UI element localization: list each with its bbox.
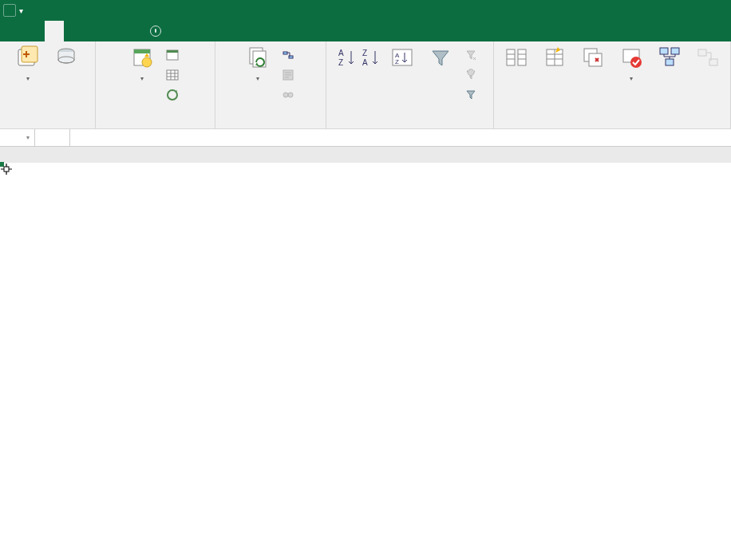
svg-text:Z: Z bbox=[362, 49, 367, 57]
mini-clear bbox=[461, 46, 484, 64]
svg-rect-33 bbox=[671, 48, 679, 54]
svg-point-17 bbox=[288, 93, 293, 97]
quick-access-dropdown[interactable]: ▾ bbox=[19, 6, 23, 15]
svg-point-31 bbox=[630, 57, 642, 68]
svg-rect-13 bbox=[283, 52, 287, 54]
title-bar: ▾ bbox=[0, 0, 731, 21]
svg-rect-35 bbox=[698, 49, 706, 56]
name-box[interactable]: ▾ bbox=[0, 129, 35, 146]
svg-point-10 bbox=[168, 90, 177, 100]
btn-data-validation[interactable]: ▾ bbox=[614, 45, 649, 108]
tab-developer[interactable] bbox=[102, 21, 121, 41]
btn-sort-asc[interactable]: AZ bbox=[337, 45, 358, 108]
btn-remove-duplicates[interactable] bbox=[575, 45, 610, 108]
svg-rect-32 bbox=[660, 48, 668, 54]
svg-rect-29 bbox=[589, 53, 602, 66]
formula-input[interactable] bbox=[70, 132, 731, 144]
btn-new-query[interactable]: ▾ bbox=[124, 45, 160, 108]
svg-point-16 bbox=[283, 93, 288, 97]
worksheet[interactable] bbox=[0, 147, 731, 163]
svg-rect-34 bbox=[666, 59, 674, 65]
mini-reapply bbox=[461, 66, 484, 84]
mini-edit-links bbox=[279, 86, 301, 104]
btn-sort[interactable]: AZ bbox=[385, 45, 420, 108]
svg-text:Z: Z bbox=[395, 58, 399, 65]
svg-text:Z: Z bbox=[338, 58, 343, 67]
svg-text:A: A bbox=[338, 49, 344, 57]
btn-flash-fill[interactable] bbox=[537, 45, 572, 108]
svg-rect-9 bbox=[167, 70, 178, 80]
tab-formulas[interactable] bbox=[26, 21, 45, 41]
svg-rect-26 bbox=[518, 49, 526, 65]
ribbon-tabs bbox=[0, 21, 731, 41]
mini-show-queries[interactable] bbox=[163, 46, 185, 64]
tab-data[interactable] bbox=[45, 21, 64, 41]
svg-point-6 bbox=[142, 57, 152, 67]
quick-access-icon[interactable] bbox=[3, 4, 16, 17]
mini-advanced[interactable] bbox=[461, 86, 484, 104]
fx-button[interactable] bbox=[35, 129, 70, 146]
mini-properties bbox=[279, 66, 301, 84]
btn-refresh-all[interactable]: ▾ bbox=[240, 45, 275, 108]
mini-recent-sources[interactable] bbox=[163, 86, 185, 104]
btn-consolidate[interactable] bbox=[652, 45, 687, 108]
svg-rect-8 bbox=[167, 50, 178, 53]
formula-bar: ▾ bbox=[0, 129, 731, 147]
active-cell-indicator bbox=[0, 163, 3, 166]
btn-filter[interactable] bbox=[423, 45, 458, 108]
tab-review[interactable] bbox=[64, 21, 83, 41]
ribbon: ▾ ▾ bbox=[0, 41, 731, 129]
btn-existing-connections[interactable] bbox=[49, 45, 84, 108]
tab-help[interactable] bbox=[121, 21, 140, 41]
cursor-icon bbox=[0, 163, 13, 175]
tab-view[interactable] bbox=[83, 21, 102, 41]
tab-layout[interactable] bbox=[6, 21, 26, 41]
mini-from-table[interactable] bbox=[163, 66, 185, 84]
mini-connections[interactable] bbox=[279, 46, 301, 64]
svg-rect-25 bbox=[507, 49, 515, 65]
btn-relationships[interactable] bbox=[690, 45, 725, 108]
svg-rect-37 bbox=[4, 167, 9, 172]
svg-rect-5 bbox=[134, 49, 150, 53]
bulb-icon bbox=[150, 26, 161, 37]
btn-from-other-sources[interactable]: ▾ bbox=[10, 45, 45, 108]
tell-me[interactable] bbox=[150, 26, 166, 37]
btn-sort-desc[interactable]: ZA bbox=[361, 45, 381, 108]
btn-text-to-columns[interactable] bbox=[499, 45, 534, 108]
svg-text:A: A bbox=[362, 58, 368, 67]
column-headers[interactable] bbox=[0, 147, 731, 163]
